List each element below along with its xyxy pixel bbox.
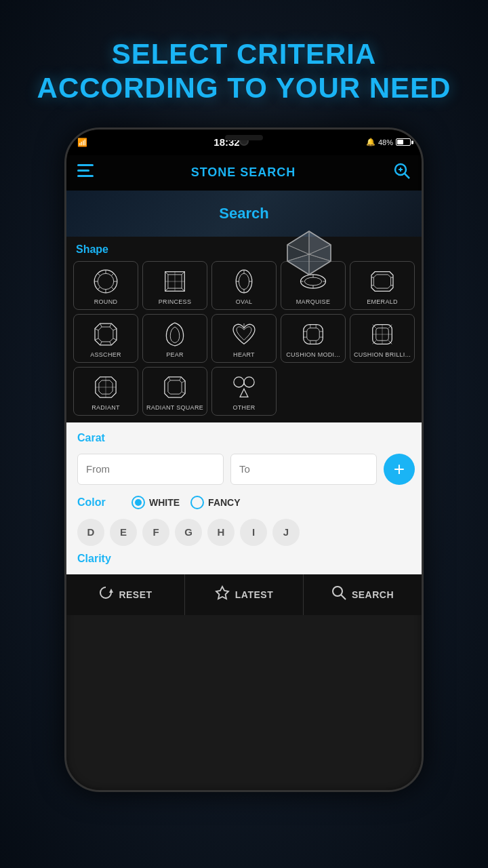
shape-radiant[interactable]: RADIANT (73, 367, 138, 416)
shape-asscher[interactable]: ASSCHER (73, 314, 138, 363)
svg-line-21 (111, 287, 113, 289)
content-area: Carat + Color WHITE FANCY D E F (66, 422, 422, 574)
shape-princess[interactable]: PRINCESS (142, 261, 207, 310)
color-d[interactable]: D (77, 519, 104, 546)
color-h[interactable]: H (207, 519, 235, 546)
carat-to-input[interactable] (230, 454, 377, 485)
shape-radiant-label: RADIANT (92, 404, 120, 411)
svg-line-59 (95, 328, 98, 330)
shape-other[interactable]: OTHER (211, 367, 277, 416)
shape-cushion-modi[interactable]: CUSHION MODI... (281, 314, 346, 363)
nav-latest-label: LATEST (235, 589, 273, 600)
status-right: 🔔 48% (366, 138, 411, 146)
svg-line-53 (110, 323, 112, 327)
shape-asscher-label: ASSCHER (90, 351, 121, 358)
shape-marquise-label: MARQUISE (296, 298, 330, 305)
search-plus-icon[interactable] (393, 162, 411, 184)
latest-icon (215, 585, 230, 604)
color-fancy-option[interactable]: FANCY (190, 496, 240, 509)
color-j[interactable]: J (272, 519, 300, 546)
menu-icon[interactable] (77, 164, 94, 182)
shape-heart[interactable]: HEART (211, 314, 277, 363)
color-white-radio[interactable] (131, 496, 145, 509)
svg-line-88 (182, 392, 185, 394)
svg-marker-83 (165, 377, 185, 397)
svg-line-85 (169, 377, 171, 380)
svg-line-87 (182, 381, 185, 383)
shape-oval[interactable]: OVAL (211, 261, 277, 310)
color-e[interactable]: E (110, 519, 137, 546)
svg-line-56 (110, 342, 112, 345)
shape-round[interactable]: ROUND (73, 261, 138, 310)
svg-point-90 (244, 377, 254, 387)
shapes-grid: ROUND PRINCESS (73, 261, 415, 416)
shape-round-label: ROUND (94, 298, 118, 305)
shape-cushion-modi-label: CUSHION MODI... (286, 351, 340, 358)
svg-marker-93 (216, 587, 228, 599)
nav-latest[interactable]: LATEST (185, 574, 304, 615)
reset-icon (98, 585, 113, 604)
color-white-label: WHITE (149, 497, 180, 508)
shape-pear[interactable]: PEAR (142, 314, 207, 363)
shape-radiant-square-label: RADIANT SQUARE (146, 404, 203, 411)
color-label: Color (77, 496, 118, 509)
color-g[interactable]: G (175, 519, 202, 546)
carat-add-button[interactable]: + (384, 454, 415, 485)
svg-point-33 (239, 273, 249, 290)
color-f[interactable]: F (142, 519, 169, 546)
battery-percent: 48% (378, 138, 393, 146)
svg-rect-0 (77, 164, 94, 166)
shapes-section: Shape ROUND (66, 237, 422, 422)
svg-line-58 (95, 338, 98, 340)
svg-line-22 (111, 273, 113, 275)
svg-line-86 (180, 377, 182, 380)
svg-line-55 (113, 338, 117, 340)
shape-other-label: OTHER (233, 404, 256, 411)
clarity-label: Clarity (77, 553, 411, 565)
shape-radiant-square[interactable]: RADIANT SQUARE (142, 367, 207, 416)
svg-point-89 (234, 377, 244, 387)
svg-marker-45 (373, 275, 390, 288)
shape-cushion-brilli-label: CUSHION BRILLI... (354, 351, 411, 358)
app-title: STONE SEARCH (191, 165, 296, 180)
svg-marker-91 (240, 389, 248, 397)
search-banner[interactable]: Search (66, 191, 422, 237)
carat-from-input[interactable] (77, 454, 224, 485)
bottom-nav: RESET LATEST SEARCH (66, 574, 422, 615)
svg-line-27 (182, 272, 184, 275)
shape-cushion-brilli[interactable]: CUSHION BRILLI... (350, 314, 415, 363)
shape-pear-label: PEAR (166, 351, 184, 358)
battery-icon (396, 138, 411, 146)
color-white-option[interactable]: WHITE (131, 496, 180, 509)
shape-princess-label: PRINCESS (159, 298, 191, 305)
battery-fill (397, 140, 403, 144)
shapes-label: Shape (73, 243, 415, 256)
svg-rect-61 (304, 325, 323, 344)
color-i[interactable]: I (240, 519, 267, 546)
carat-row: + (77, 454, 411, 485)
svg-point-94 (333, 587, 342, 596)
svg-marker-92 (109, 589, 113, 593)
svg-line-95 (341, 595, 346, 599)
phone-frame: 📶 18:32 🔔 48% STONE SEARCH (64, 127, 424, 792)
svg-line-52 (100, 323, 102, 327)
search-icon (331, 585, 346, 604)
shape-heart-label: HEART (233, 351, 255, 358)
svg-line-57 (100, 342, 102, 345)
carat-label: Carat (77, 432, 411, 444)
nav-reset-label: RESET (119, 589, 152, 600)
nav-search-label: SEARCH (352, 589, 394, 600)
shape-emerald[interactable]: EMERALD (350, 261, 415, 310)
color-row: Color WHITE FANCY (77, 496, 411, 509)
svg-line-20 (98, 273, 100, 275)
svg-rect-1 (77, 170, 89, 172)
nav-search[interactable]: SEARCH (304, 574, 422, 615)
svg-line-4 (405, 174, 409, 178)
svg-line-54 (113, 328, 117, 330)
nav-reset[interactable]: RESET (66, 574, 185, 615)
signal-icon: 📶 (77, 138, 87, 147)
svg-point-15 (98, 273, 114, 290)
top-bar: STONE SEARCH (66, 155, 422, 191)
shape-oval-label: OVAL (236, 298, 253, 305)
color-fancy-radio[interactable] (190, 496, 204, 509)
